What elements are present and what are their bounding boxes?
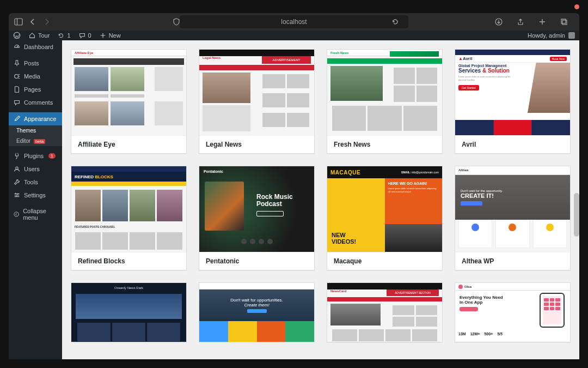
plus-icon [99, 32, 107, 39]
menu-dashboard[interactable]: Dashboard [9, 40, 62, 53]
download-icon[interactable] [494, 17, 503, 26]
menu-pages[interactable]: Pages [9, 83, 62, 96]
plugins-count-badge: 1 [48, 153, 56, 159]
wp-admin-bar: Tour 1 0 New Howdy, admin [9, 31, 579, 40]
svg-point-8 [14, 212, 19, 216]
menu-appearance[interactable]: Appearance [9, 112, 62, 125]
users-icon [13, 165, 21, 173]
share-icon[interactable] [516, 17, 525, 26]
theme-name: Macaque [327, 252, 442, 270]
theme-screenshot: MACAQUE EMAIL: info@yourdomain.com HERE … [327, 166, 442, 252]
url-text: localhost [281, 18, 307, 26]
theme-card-fresh-news[interactable]: Fresh News [327, 49, 443, 154]
comment-icon [78, 32, 86, 39]
theme-card-partial-4[interactable]: Olsa Everything You Need In One App [455, 282, 571, 342]
new-content-link[interactable]: New [99, 32, 121, 39]
home-icon [28, 32, 36, 39]
theme-screenshot: Don't wait for opportunities. Create the… [199, 283, 314, 342]
pin-icon [13, 59, 21, 67]
theme-card-partial-1[interactable]: Oceanly News Dark [71, 282, 187, 342]
collapse-icon [13, 210, 20, 218]
tools-icon [13, 178, 21, 186]
menu-users[interactable]: Users [9, 162, 62, 176]
theme-screenshot: Legal News ADVERTISEMENT [199, 50, 314, 135]
svg-rect-3 [561, 19, 566, 23]
theme-screenshot: Oceanly News Dark [71, 283, 186, 342]
admin-sidebar: Dashboard Posts Media Pages Comments [9, 40, 62, 359]
site-name: Tour [38, 32, 50, 39]
menu-posts[interactable]: Posts [9, 57, 62, 70]
beta-badge: beta [34, 139, 46, 144]
reload-button[interactable] [391, 17, 400, 26]
browser-toolbar: localhost [9, 13, 579, 31]
media-icon [13, 73, 21, 80]
menu-media[interactable]: Media [9, 70, 62, 83]
submenu-themes[interactable]: Themes [9, 125, 62, 136]
theme-screenshot: ▲ Avril Book Now Global Project Managmen… [455, 50, 570, 135]
theme-screenshot: Olsa Everything You Need In One App [455, 283, 570, 342]
theme-name: Fresh News [327, 135, 442, 153]
theme-name: Avril [455, 135, 570, 153]
back-button[interactable] [28, 17, 37, 26]
menu-settings[interactable]: Settings [9, 189, 62, 202]
comments-link[interactable]: 0 [78, 32, 91, 39]
wp-logo[interactable] [13, 32, 21, 39]
theme-card-affiliate-eye[interactable]: Affiliate Eye Affiliate Eye [71, 49, 187, 154]
svg-rect-0 [15, 19, 22, 25]
theme-name: Refined Blocks [71, 252, 186, 270]
collapse-menu[interactable]: Collapse menu [9, 205, 62, 224]
sidebar-toggle-icon[interactable] [14, 17, 23, 26]
menu-comments[interactable]: Comments [9, 96, 62, 109]
updates-icon [57, 32, 65, 39]
url-field[interactable]: localhost [180, 15, 408, 28]
menu-tools[interactable]: Tools [9, 176, 62, 189]
updates-link[interactable]: 1 [57, 32, 70, 39]
howdy-text[interactable]: Howdy, admin [528, 32, 565, 39]
site-link[interactable]: Tour [28, 32, 50, 39]
theme-card-refined-blocks[interactable]: REFINED BLOCKS FEATURED [71, 166, 187, 270]
brush-icon [13, 115, 21, 123]
svg-point-7 [16, 167, 18, 169]
theme-card-partial-2[interactable]: Don't wait for opportunities. Create the… [199, 282, 315, 342]
wordpress-icon [13, 32, 21, 39]
theme-screenshot: Pentatonic Rock Music Podcast [199, 166, 314, 252]
scrollbar-thumb[interactable] [574, 193, 579, 237]
scrollbar[interactable] [574, 40, 579, 359]
theme-screenshot: Althea Don't wait for the opportunity. C… [455, 166, 570, 252]
theme-card-partial-3[interactable]: NewsCard ADVERTISEMENT SECTION [327, 282, 443, 342]
window-titlebar [9, 2, 579, 11]
dashboard-icon [13, 43, 21, 51]
theme-name: Affiliate Eye [71, 135, 186, 153]
theme-card-macaque[interactable]: MACAQUE EMAIL: info@yourdomain.com HERE … [327, 166, 443, 270]
theme-screenshot: NewsCard ADVERTISEMENT SECTION [327, 283, 442, 342]
svg-rect-4 [562, 20, 567, 25]
theme-screenshot: Fresh News [327, 50, 442, 135]
theme-name: Althea WP [455, 252, 570, 270]
theme-card-legal-news[interactable]: Legal News ADVERTISEMENT [199, 49, 315, 154]
theme-card-althea-wp[interactable]: Althea Don't wait for the opportunity. C… [455, 166, 571, 270]
theme-name: Pentatonic [199, 252, 314, 270]
forward-button[interactable] [42, 17, 51, 26]
theme-name: Legal News [199, 135, 314, 153]
theme-screenshot: Affiliate Eye [71, 50, 186, 135]
theme-card-pentatonic[interactable]: Pentatonic Rock Music Podcast [199, 166, 315, 270]
plugin-icon [13, 152, 21, 160]
menu-plugins[interactable]: Plugins 1 [9, 149, 62, 162]
avatar[interactable] [568, 32, 575, 39]
new-tab-icon[interactable] [538, 17, 547, 26]
page-icon [13, 86, 21, 93]
svg-point-6 [15, 75, 19, 79]
traffic-light-close[interactable] [574, 4, 579, 9]
settings-icon [13, 191, 21, 199]
themes-content: Affiliate Eye Affiliate Eye [62, 40, 579, 359]
theme-card-avril[interactable]: ▲ Avril Book Now Global Project Managmen… [455, 49, 571, 154]
theme-screenshot: REFINED BLOCKS FEATURED [71, 166, 186, 252]
submenu-editor[interactable]: Editor beta [9, 136, 62, 146]
tabs-icon[interactable] [560, 17, 568, 26]
comments-icon [13, 99, 21, 106]
